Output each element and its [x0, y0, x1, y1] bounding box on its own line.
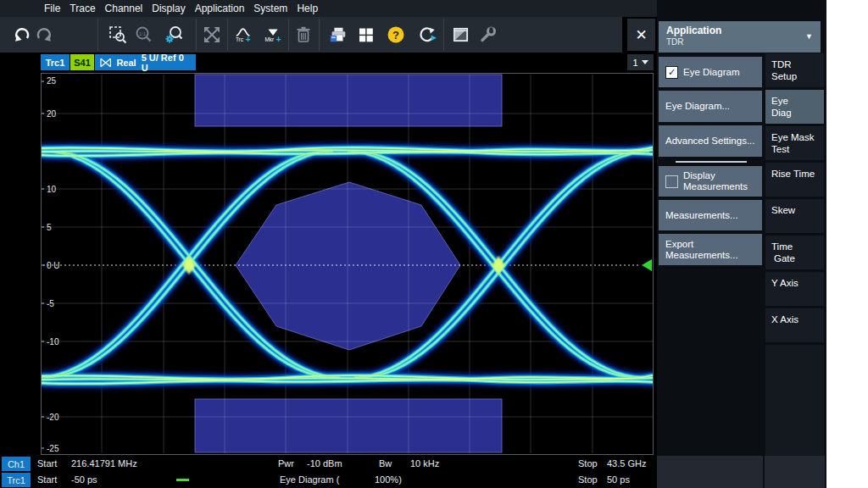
export-measurements-button[interactable]: Export Measurements... [659, 234, 762, 265]
trace-stop-label[interactable]: Stop [578, 472, 598, 488]
toolbar-separator [443, 19, 444, 51]
trace-start-value[interactable]: -50 ps [71, 472, 97, 488]
channel-start-value[interactable]: 216.41791 MHz [71, 456, 137, 472]
tab-time-gate[interactable]: Time Gate [765, 236, 824, 269]
expand-display-button[interactable] [203, 25, 221, 44]
svg-text:1:1: 1:1 [139, 31, 146, 36]
checkbox-checked-icon[interactable]: ✓ [665, 66, 678, 79]
restart-sweep-icon [419, 25, 437, 44]
softkey-panel: Application TDR ▼ ✓ Eye Diagram Eye Diag… [657, 0, 826, 488]
checkbox-unchecked-icon[interactable] [665, 175, 678, 188]
trace-badge[interactable]: Trc1 [2, 473, 31, 487]
zoom-settings-icon [164, 25, 183, 44]
help-icon: ? [387, 25, 405, 44]
trash-icon [294, 25, 313, 44]
tab-label: Rise Time [771, 168, 824, 180]
zoom-select-button[interactable] [108, 25, 127, 44]
print-button[interactable] [329, 25, 348, 44]
menu-item-file[interactable]: File [44, 3, 60, 14]
panel-bottom-divider [763, 456, 765, 488]
tab-label: Diag [771, 107, 824, 119]
measurements-dialog-button[interactable]: Measurements... [659, 200, 762, 230]
close-button[interactable]: ✕ [627, 19, 655, 51]
channel-start-label[interactable]: Start [37, 456, 57, 472]
system-setup-button[interactable] [479, 25, 498, 44]
tab-rise-time[interactable]: Rise Time [765, 163, 824, 197]
vna-application-window: File Trace Channel Display Application S… [0, 0, 868, 488]
menu-item-help[interactable]: Help [297, 3, 318, 14]
channel-pwr-value[interactable]: -10 dBm [307, 456, 342, 472]
svg-text:-25: -25 [47, 444, 59, 453]
tab-eye-mask-test[interactable]: Eye Mask Test [765, 126, 824, 160]
button-label: Measurements... [665, 210, 738, 221]
menu-item-display[interactable]: Display [152, 3, 185, 14]
channel-badge[interactable]: Ch1 [2, 457, 31, 471]
svg-text:?: ? [392, 29, 399, 42]
channel-stop-value[interactable]: 43.5 GHz [607, 456, 646, 472]
add-marker-icon: Mkr + [264, 25, 283, 44]
trace-measurement-segment[interactable]: S41 [70, 54, 94, 70]
window-number: 1 [632, 58, 637, 68]
zoom-1to1-button[interactable]: 1:1 [135, 25, 153, 44]
menu-item-application[interactable]: Application [195, 3, 245, 14]
add-marker-button[interactable]: Mkr + [264, 25, 283, 44]
trace-format-label: Real [116, 58, 136, 68]
channel-bw-value[interactable]: 10 kHz [410, 456, 439, 472]
toolbar-separator [288, 19, 289, 51]
tab-tdr-setup[interactable]: TDR Setup [765, 53, 824, 87]
button-label: Eye Diagram [683, 67, 739, 78]
eye-diagram-toggle-button[interactable]: ✓ Eye Diagram [659, 57, 762, 87]
svg-text:0 U: 0 U [47, 261, 60, 270]
zoom-settings-button[interactable] [164, 25, 183, 44]
window-select-dropdown[interactable]: 1 [627, 54, 654, 70]
help-button[interactable]: ? [387, 25, 405, 44]
svg-text:20: 20 [47, 109, 57, 119]
add-trace-button[interactable]: Trc + [235, 25, 253, 44]
trace-measurement-type[interactable]: Eye Diagram ( [280, 472, 339, 488]
button-label: Display Measurements [683, 170, 758, 192]
tab-x-axis[interactable]: X Axis [765, 308, 824, 342]
restart-sweep-button[interactable] [419, 25, 437, 44]
application-dropdown[interactable]: Application TDR ▼ [659, 21, 821, 53]
tab-label: Skew [771, 204, 824, 216]
zoom-1to1-icon: 1:1 [135, 25, 153, 44]
tab-label: Eye Mask [771, 131, 824, 143]
trace-name-segment[interactable]: Trc1 [41, 54, 70, 70]
display-measurements-toggle-button[interactable]: Display Measurements [659, 166, 762, 197]
trace-stop-value[interactable]: 50 ps [607, 472, 630, 488]
redo-button[interactable] [35, 25, 53, 44]
advanced-settings-button[interactable]: Advanced Settings... [659, 125, 762, 157]
reference-level-marker[interactable] [642, 259, 652, 271]
svg-text:Mkr: Mkr [264, 36, 275, 42]
panel-separator [676, 161, 747, 163]
svg-text:+: + [276, 35, 281, 44]
channel-pwr-label[interactable]: Pwr [278, 456, 294, 472]
svg-text:10: 10 [47, 185, 57, 194]
wrench-icon [479, 25, 498, 44]
eye-mask-regions [195, 75, 502, 452]
trace-format-segment[interactable]: Real 5 U/ Ref 0 U [95, 54, 196, 70]
screenshot-button[interactable] [452, 25, 470, 44]
svg-text:25: 25 [47, 76, 57, 86]
tab-eye-diag[interactable]: Eye Diag [765, 90, 824, 124]
svg-text:-10: -10 [47, 337, 59, 347]
tab-skew[interactable]: Skew [765, 199, 824, 233]
y-axis-labels: 25 20 10 5 0 U -5 -10 -20 -25 [47, 76, 60, 453]
trace-active-indicator [176, 479, 189, 481]
menu-item-trace[interactable]: Trace [70, 3, 95, 14]
tab-y-axis[interactable]: Y Axis [765, 272, 824, 306]
trace-scale-label: 5 U/ Ref 0 U [142, 53, 191, 73]
trace-start-label[interactable]: Start [37, 472, 57, 488]
grid [41, 75, 654, 453]
channel-bw-label[interactable]: Bw [379, 456, 392, 472]
trace-measurement-percent[interactable]: 100%) [375, 472, 402, 488]
menu-item-channel[interactable]: Channel [105, 3, 143, 14]
eye-diagram-plot[interactable]: 25 20 10 5 0 U -5 -10 -20 -25 [41, 73, 654, 455]
menu-item-system[interactable]: System [253, 3, 287, 14]
eye-diagram-dialog-button[interactable]: Eye Diagram... [659, 91, 762, 122]
undo-button[interactable] [13, 25, 31, 44]
channel-stop-label[interactable]: Stop [578, 456, 598, 472]
windows-start-button[interactable] [357, 25, 376, 44]
delete-button[interactable] [294, 25, 313, 44]
application-dropdown-value: TDR [666, 37, 684, 47]
